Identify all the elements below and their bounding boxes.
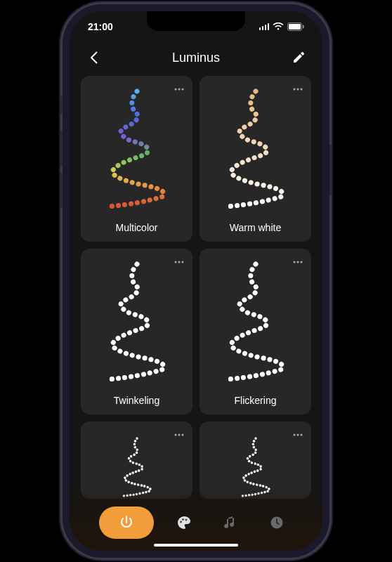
preset-card-twinkling[interactable]: Twinkeling: [81, 249, 192, 414]
svg-point-15: [175, 434, 177, 436]
tab-bar: [88, 500, 304, 545]
svg-point-11: [182, 261, 184, 263]
clock-icon: [269, 515, 285, 530]
tree-preview-twinkling: [95, 259, 179, 385]
svg-rect-1: [289, 24, 301, 30]
battery-icon: [287, 22, 304, 31]
status-indicators: [259, 22, 305, 31]
phone-screen: 21:00 Luminus: [70, 11, 322, 551]
card-menu-button[interactable]: [171, 427, 187, 443]
svg-point-20: [301, 434, 303, 436]
tab-timer[interactable]: [261, 507, 293, 539]
preset-grid: Multicolor: [81, 76, 311, 499]
preset-label: Multicolor: [116, 222, 158, 233]
phone-silence-switch: [60, 96, 63, 114]
preset-label: Warm white: [230, 222, 281, 233]
status-time: 21:00: [88, 21, 113, 32]
preset-card-flickering[interactable]: Flickering: [200, 249, 311, 414]
home-indicator[interactable]: [154, 544, 238, 547]
more-horizontal-icon: [174, 433, 184, 436]
wifi-icon: [273, 22, 284, 31]
edit-button[interactable]: [290, 49, 307, 66]
svg-rect-2: [303, 25, 304, 29]
svg-point-18: [294, 434, 296, 436]
phone-volume-up: [60, 131, 63, 166]
tab-music[interactable]: [214, 507, 247, 539]
phone-volume-down: [60, 173, 63, 208]
tree-preview-multicolor: [95, 86, 179, 212]
svg-point-19: [297, 434, 299, 436]
phone-power-button: [329, 145, 332, 195]
phone-frame: 21:00 Luminus: [63, 4, 329, 558]
svg-point-17: [182, 434, 184, 436]
pencil-icon: [292, 51, 305, 64]
card-menu-button[interactable]: [290, 427, 306, 443]
chevron-left-icon: [90, 51, 98, 64]
preset-card-multicolor[interactable]: Multicolor: [81, 76, 192, 242]
svg-point-14: [301, 261, 303, 263]
tab-palette[interactable]: [168, 507, 200, 539]
power-icon: [118, 514, 135, 531]
back-button[interactable]: [85, 49, 102, 66]
svg-point-5: [182, 89, 184, 91]
preset-label: Twinkeling: [114, 395, 159, 406]
svg-point-22: [182, 518, 184, 521]
preset-card-warm-white[interactable]: Warm white: [200, 76, 311, 242]
tab-power[interactable]: [99, 507, 154, 539]
svg-point-16: [178, 434, 181, 436]
content-area: Multicolor: [70, 76, 322, 551]
page-title: Luminus: [172, 51, 220, 65]
more-horizontal-icon: [293, 433, 303, 436]
tree-preview-warm-white: [214, 86, 298, 212]
app-header: Luminus: [70, 42, 322, 73]
svg-point-23: [185, 519, 188, 521]
palette-icon: [176, 514, 192, 531]
phone-notch: [147, 11, 245, 31]
preset-label: Flickering: [235, 395, 277, 406]
cellular-signal-icon: [259, 23, 270, 30]
music-note-icon: [223, 515, 238, 530]
svg-point-21: [180, 521, 182, 523]
svg-point-8: [301, 89, 303, 91]
tree-preview-flickering: [214, 259, 298, 385]
